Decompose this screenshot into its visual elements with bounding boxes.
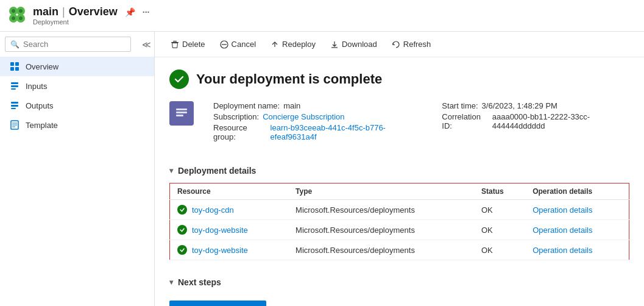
main-layout: 🔍 ≪ Overview Inputs <box>0 32 644 306</box>
row-check-icon <box>177 205 187 215</box>
sidebar-item-template[interactable]: Template <box>0 115 154 135</box>
svg-rect-14 <box>11 88 16 90</box>
refresh-button[interactable]: Refresh <box>386 37 437 52</box>
table-header-row: Resource Type Status Operation details <box>170 183 629 200</box>
svg-rect-9 <box>15 62 19 66</box>
toolbar: Delete Cancel Redeploy <box>155 32 644 57</box>
deployment-details-section: ▾ Deployment details Resource Type Statu… <box>169 166 629 275</box>
download-button[interactable]: Download <box>324 37 383 52</box>
svg-point-6 <box>12 16 15 20</box>
starttime-value: 3/6/2023, 1:48:29 PM <box>482 101 557 110</box>
svg-rect-29 <box>176 112 187 113</box>
redeploy-button[interactable]: Redeploy <box>264 37 322 52</box>
sidebar-item-template-label: Template <box>26 121 58 130</box>
col-operation: Operation details <box>525 183 629 200</box>
subscription-link[interactable]: Concierge Subscription <box>263 112 344 121</box>
svg-point-4 <box>12 9 15 13</box>
col-resource: Resource <box>170 183 289 200</box>
top-header: main | Overview 📌 ··· Deployment <box>0 0 644 32</box>
delete-button[interactable]: Delete <box>165 37 211 52</box>
table-cell-resource: toy-dog-cdn <box>170 200 289 220</box>
table-header: Resource Type Status Operation details <box>170 183 629 200</box>
operation-link-2[interactable]: Operation details <box>533 246 592 255</box>
next-steps-chevron-icon: ▾ <box>169 278 173 286</box>
svg-rect-11 <box>15 67 19 71</box>
operation-link-1[interactable]: Operation details <box>533 226 592 235</box>
table-cell-status-0: OK <box>474 200 525 220</box>
table-cell-type-2: Microsoft.Resources/deployments <box>288 240 474 260</box>
collapse-button[interactable]: ≪ <box>138 38 155 51</box>
search-box[interactable]: 🔍 <box>5 37 131 52</box>
table-cell-status-2: OK <box>474 240 525 260</box>
resource-link-0[interactable]: toy-dog-cdn <box>192 205 234 215</box>
table-cell-type-0: Microsoft.Resources/deployments <box>288 200 474 220</box>
deployment-details-label: Deployment details <box>178 166 256 176</box>
search-input[interactable] <box>23 40 126 49</box>
sidebar-item-outputs[interactable]: Outputs <box>0 96 154 115</box>
go-to-resource-group-button[interactable]: Go to resource group <box>169 301 266 306</box>
table-row: toy-dog-website Microsoft.Resources/depl… <box>170 220 629 240</box>
main-content: Your deployment is complete Deployment n… <box>155 57 644 306</box>
check-icon <box>174 74 185 85</box>
deployment-details-table: Resource Type Status Operation details <box>169 183 629 260</box>
template-icon <box>10 120 19 130</box>
table-cell-resource: toy-dog-website <box>170 240 289 260</box>
svg-point-5 <box>19 9 23 13</box>
row-check-icon <box>177 225 187 235</box>
svg-rect-12 <box>11 82 18 84</box>
table-container: Resource Type Status Operation details <box>169 183 629 275</box>
resource-link-2[interactable]: toy-dog-website <box>192 246 248 255</box>
deployment-details-header[interactable]: ▾ Deployment details <box>169 166 629 176</box>
sidebar-item-overview-label: Overview <box>26 62 58 71</box>
sidebar-item-inputs[interactable]: Inputs <box>0 76 154 96</box>
starttime-label: Start time: <box>442 101 478 110</box>
more-icon[interactable]: ··· <box>143 7 150 17</box>
pin-icon[interactable]: 📌 <box>125 7 135 17</box>
resource-name: main <box>33 5 58 18</box>
resource-link-1[interactable]: toy-dog-website <box>192 226 248 235</box>
correlation-value: aaaa0000-bb11-2222-33cc-444444dddddd <box>492 112 629 130</box>
deployment-resource-icon <box>174 106 189 121</box>
svg-rect-28 <box>176 109 187 110</box>
name-label: Deployment name: <box>213 101 280 110</box>
svg-rect-17 <box>11 108 16 109</box>
svg-rect-13 <box>11 85 18 87</box>
redeploy-icon <box>271 40 279 49</box>
header-title-group: main | Overview 📌 ··· Deployment <box>33 5 149 26</box>
svg-rect-15 <box>11 102 18 104</box>
col-type: Type <box>288 183 474 200</box>
resource-type: Deployment <box>33 18 149 26</box>
delete-icon <box>171 40 179 49</box>
svg-rect-16 <box>11 105 18 107</box>
meta-name-row: Deployment name: main <box>213 101 417 110</box>
svg-rect-8 <box>10 62 14 66</box>
deployment-icon-box <box>169 101 194 126</box>
sidebar-item-overview[interactable]: Overview <box>0 57 154 76</box>
refresh-icon <box>392 40 400 49</box>
table-cell-op-0: Operation details <box>525 200 629 220</box>
cancel-button[interactable]: Cancel <box>214 37 262 52</box>
meta-left: Deployment name: main Subscription: Conc… <box>213 101 417 141</box>
table-row: toy-dog-cdn Microsoft.Resources/deployme… <box>170 200 629 220</box>
meta-starttime-row: Start time: 3/6/2023, 1:48:29 PM <box>442 101 629 110</box>
table-cell-resource: toy-dog-website <box>170 220 289 240</box>
row-check-icon <box>177 245 187 255</box>
title-separator: | <box>62 5 65 18</box>
col-status: Status <box>474 183 525 200</box>
deployment-status-title: Your deployment is complete <box>196 71 382 87</box>
svg-rect-30 <box>176 115 183 116</box>
svg-rect-10 <box>10 67 14 71</box>
download-icon <box>330 40 339 49</box>
next-steps-section: ▾ Next steps Go to resource group <box>169 277 629 306</box>
table-row: toy-dog-website Microsoft.Resources/depl… <box>170 240 629 260</box>
inputs-icon <box>10 81 19 91</box>
search-icon: 🔍 <box>10 40 19 49</box>
sidebar-item-inputs-label: Inputs <box>26 82 47 91</box>
deployment-meta-section: Deployment name: main Subscription: Conc… <box>169 101 629 156</box>
resource-group-link[interactable]: learn-b93ceeab-441c-4f5c-b776-efeaf9631a… <box>271 123 418 141</box>
operation-link-0[interactable]: Operation details <box>533 205 592 215</box>
next-steps-header[interactable]: ▾ Next steps <box>169 277 629 287</box>
overview-icon <box>10 62 19 71</box>
table-cell-type-1: Microsoft.Resources/deployments <box>288 220 474 240</box>
cancel-icon <box>220 40 228 49</box>
